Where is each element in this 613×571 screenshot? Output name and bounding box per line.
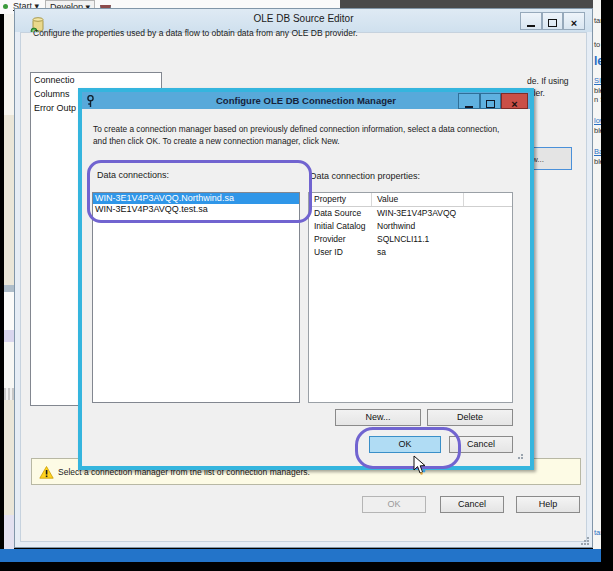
background-panel [4, 285, 14, 292]
grid-header-property[interactable]: Property [309, 193, 372, 206]
delete-button[interactable]: Delete [427, 409, 513, 426]
resize-grip[interactable] [515, 454, 523, 462]
background-panel [4, 342, 14, 388]
background-panel [4, 14, 14, 115]
grid-row-data-source: Data Source WIN-3E1V4P3AVQQ [309, 207, 512, 220]
grid-row-provider: Provider SQLNCLI11.1 [309, 233, 512, 246]
grid-cell-value: SQLNCLI11.1 [372, 233, 464, 246]
grid-cell-value: sa [372, 246, 464, 259]
maximize-icon [486, 100, 495, 108]
background-texture [4, 388, 14, 400]
close-button[interactable]: × [501, 93, 528, 109]
grid-cell-property: Initial Catalog [309, 220, 372, 233]
nav-item-connection-manager[interactable]: Connectio [31, 73, 161, 87]
ok-button[interactable]: OK [362, 496, 426, 513]
background-panel [4, 515, 14, 549]
data-connection-properties-label: Data connection properties: [310, 171, 420, 181]
minimize-icon [465, 106, 473, 108]
connection-item-northwind[interactable]: WIN-3E1V4P3AVQQ.Northwind.sa [93, 193, 299, 204]
background-page-edge: tart to le SIS ble n S low ble Ba ble ta… [593, 0, 601, 549]
cancel-button[interactable]: Cancel [449, 436, 513, 453]
grid-cell-property: Data Source [309, 207, 372, 220]
cancel-button[interactable]: Cancel [440, 496, 504, 513]
background-text-fragment: tart [594, 16, 601, 25]
grid-header-value[interactable]: Value [372, 193, 464, 206]
connection-properties-grid: Property Value Data Source WIN-3E1V4P3AV… [308, 192, 513, 403]
background-text-fragment: le [594, 54, 601, 68]
data-connections-label: Data connections: [97, 170, 169, 180]
new-button[interactable]: New... [335, 409, 421, 426]
grid-header-row: Property Value [309, 193, 512, 207]
background-text-fragment: to [594, 40, 600, 49]
background-link-fragment: Ba [594, 147, 601, 156]
obscured-text-fragment: de. If using [527, 76, 569, 86]
background-link-fragment: SIS [594, 76, 601, 85]
taskbar[interactable] [0, 549, 601, 562]
grid-cell-value: Northwind [372, 220, 464, 233]
connection-manager-icon [86, 94, 95, 112]
instruction-line-2: and then click OK. To create a new conne… [93, 136, 340, 146]
grid-cell-property: Provider [309, 233, 372, 246]
help-button[interactable]: Help [516, 496, 580, 513]
warning-icon [39, 465, 54, 483]
background-text-fragment: ble [594, 86, 601, 95]
background-panel [4, 292, 14, 330]
maximize-icon [548, 19, 557, 27]
maximize-button[interactable] [480, 93, 501, 109]
background-panel [4, 400, 14, 515]
grid-row-initial-catalog: Initial Catalog Northwind [309, 220, 512, 233]
close-icon: × [571, 17, 577, 29]
background-panel [4, 115, 14, 285]
configure-connection-manager-dialog: Configure OLE DB Connection Manager × To… [78, 88, 534, 470]
instruction-line-1: To create a connection manager based on … [93, 124, 499, 134]
background-text-fragment: ble [594, 126, 601, 135]
background-text-fragment: tart [594, 528, 601, 537]
minimize-icon [527, 25, 535, 27]
grid-cell-value: WIN-3E1V4P3AVQQ [372, 207, 464, 220]
close-button[interactable]: × [563, 12, 585, 30]
minimize-button[interactable] [520, 12, 542, 30]
parent-dialog-description: Configure the properties used by a data … [33, 28, 358, 38]
background-text-fragment: n S [594, 95, 601, 104]
close-icon: × [511, 98, 517, 110]
background-text-fragment: ble [594, 157, 601, 166]
connection-item-test[interactable]: WIN-3E1V4P3AVQQ.test.sa [93, 204, 299, 215]
minimize-button[interactable] [458, 93, 480, 109]
grid-cell-property: User ID [309, 246, 372, 259]
background-link-fragment: low [594, 116, 601, 125]
grid-header-empty [464, 193, 512, 206]
data-connections-list: WIN-3E1V4P3AVQQ.Northwind.sa WIN-3E1V4P3… [92, 192, 300, 403]
background-panel [4, 330, 14, 342]
parent-dialog-title: OLE DB Source Editor [15, 13, 592, 24]
status-dot-icon [3, 4, 8, 9]
partial-new-button[interactable]: w... [528, 147, 572, 170]
maximize-button[interactable] [542, 12, 563, 30]
resize-grip[interactable] [581, 537, 589, 545]
grid-row-user-id: User ID sa [309, 246, 512, 259]
ok-button[interactable]: OK [369, 436, 441, 453]
mouse-cursor-icon [413, 455, 427, 479]
